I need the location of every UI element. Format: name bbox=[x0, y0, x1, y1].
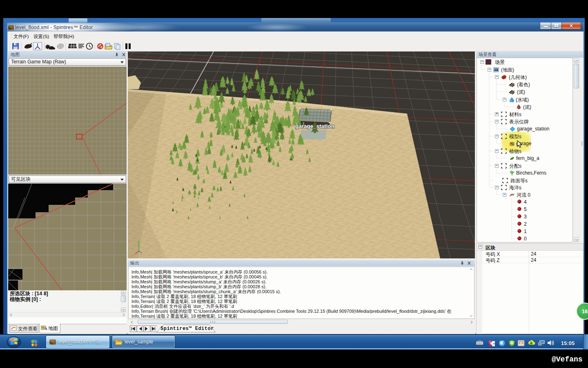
svg-text:garage_station: garage_station bbox=[295, 123, 334, 129]
